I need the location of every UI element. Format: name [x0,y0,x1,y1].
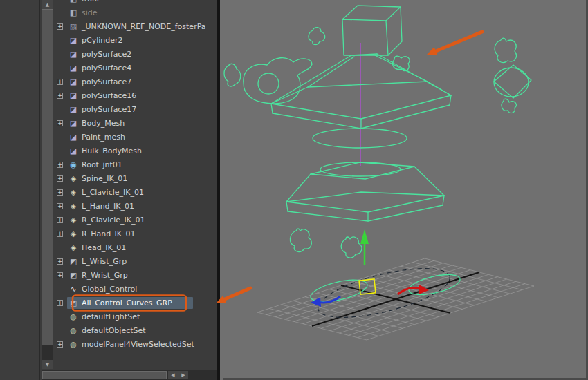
outliner-item-content[interactable]: ◈L_Hand_IK_01 [67,200,138,212]
expand-toggle-icon[interactable]: + [57,272,63,278]
outliner-item-content[interactable]: ◈Spine_IK_01 [67,173,131,184]
scroll-down-button[interactable]: ▼ [42,360,53,369]
outliner-item-polySurface17[interactable]: ◪polySurface17 [57,102,217,116]
outliner-item-content[interactable]: ◩R_Wrist_Grp [67,269,132,281]
expand-toggle-icon[interactable]: + [57,23,63,30]
outliner-vertical-scrollbar[interactable]: ▲ ▼ [42,0,53,369]
outliner-item-L_Clavicle_IK_01[interactable]: +◈L_Clavicle_IK_01 [57,185,217,199]
expand-toggle-icon[interactable]: + [57,231,63,237]
outliner-item-content[interactable]: ◩All_Control_Curves_GRP [67,297,193,309]
outliner-item-content[interactable]: ◍modelPanel4ViewSelectedSet [67,339,199,350]
outliner-item-Head_IK_01[interactable]: ◈Head_IK_01 [57,240,217,254]
scroll-left-button[interactable]: ◀ [168,371,178,379]
circle-control[interactable] [494,68,529,97]
expand-toggle-icon[interactable]: + [57,189,63,196]
outliner-item-content[interactable]: ∿Global_Control [67,283,141,295]
outliner-item-L_Hand_IK_01[interactable]: +◈L_Hand_IK_01 [57,199,217,213]
outliner-item-content[interactable]: ◪Paint_mesh [67,131,129,143]
outliner-item-polySurface4[interactable]: ◪polySurface4 [57,61,217,75]
outliner-item-content[interactable]: ◈L_Clavicle_IK_01 [67,187,148,198]
outliner-item-content[interactable]: ◧front [67,0,104,5]
outliner-item-content[interactable]: ◉Root_jnt01 [67,159,127,171]
outliner-item-Root_jnt01[interactable]: +◉Root_jnt01 [57,158,217,171]
scroll-up-button[interactable]: ▲ [42,0,53,9]
outliner-item-L_Wrist_Grp[interactable]: +◩L_Wrist_Grp [57,254,217,268]
hips-frustum-control[interactable] [286,162,444,221]
node-label: R_Hand_IK_01 [82,229,136,238]
outliner-item-content[interactable]: ◈R_Clavicle_IK_01 [67,214,149,226]
outliner-item-content[interactable]: ◪polySurface7 [67,76,136,88]
expand-toggle-icon[interactable]: + [57,258,63,265]
outliner-item-content[interactable]: ◪polySurface16 [67,90,140,102]
outliner-item-content[interactable]: ▨_UNKNOWN_REF_NODE_fosterPa [67,21,210,32]
control-blob[interactable] [309,28,325,45]
outliner-item-R_Clavicle_IK_01[interactable]: +◈R_Clavicle_IK_01 [57,213,217,227]
outliner-item-R_Wrist_Grp[interactable]: +◩R_Wrist_Grp [57,268,217,282]
outliner-item-front[interactable]: ◧front [57,0,217,6]
expand-toggle-icon[interactable]: + [57,120,63,126]
outliner-item-content[interactable]: ◪pCylinder2 [67,35,127,46]
outliner-item-polySurface16[interactable]: +◪polySurface16 [57,88,217,102]
outliner-item-content[interactable]: ◪polySurface2 [67,48,136,60]
outliner-item-polySurface2[interactable]: ◪polySurface2 [57,47,217,61]
outliner-item-defaultObjectSet[interactable]: ◍defaultObjectSet [57,323,217,337]
outliner-item-modelPanel4ViewSelectedSet[interactable]: +◍modelPanel4ViewSelectedSet [57,337,217,351]
mesh-icon: ◪ [68,36,78,45]
expand-toggle-icon[interactable]: + [57,217,63,223]
outliner-item-R_Hand_IK_01[interactable]: +◈R_Hand_IK_01 [57,227,217,240]
node-label: polySurface2 [82,50,131,59]
outliner-item-content[interactable]: ◪Hulk_BodyMesh [67,145,146,157]
outliner-item-polySurface7[interactable]: +◪polySurface7 [57,75,217,88]
outliner-item-Global_Control[interactable]: ∿Global_Control [57,282,217,296]
expand-toggle-icon[interactable]: + [57,341,63,348]
expand-toggle-icon[interactable]: + [57,300,63,306]
outliner-left-margin [0,0,40,380]
outliner-item-content[interactable]: ◪polySurface4 [67,62,136,74]
outliner-item-content[interactable]: ◪Body_Mesh [67,117,129,129]
shoulder-ring[interactable] [258,73,279,94]
outliner-item-Spine_IK_01[interactable]: +◈Spine_IK_01 [57,171,217,185]
expand-toggle-icon[interactable]: + [57,162,63,168]
outliner-item-defaultLightSet[interactable]: ◍defaultLightSet [57,310,217,323]
node-label: Global_Control [82,285,137,294]
manipulator-arrowhead[interactable] [360,229,369,244]
outliner-item-_UNKNOWN_REF_NODE_fosterPa[interactable]: +▨_UNKNOWN_REF_NODE_fosterPa [57,19,217,33]
control-blob[interactable] [290,229,311,251]
outliner-item-pCylinder2[interactable]: ◪pCylinder2 [57,33,217,47]
outliner-item-content[interactable]: ◪polySurface17 [67,104,140,115]
outliner-item-content[interactable]: ◧side [67,7,102,19]
torso-frustum-control[interactable] [271,54,451,129]
control-blob[interactable] [341,237,362,258]
vertical-scroll-thumb[interactable] [42,9,53,345]
control-blob[interactable] [502,99,516,113]
camera-icon: ◧ [68,0,78,3]
outliner-item-content[interactable]: ◈R_Hand_IK_01 [67,228,140,240]
expand-toggle-icon[interactable]: + [57,175,63,182]
outliner-item-content[interactable]: ◈Head_IK_01 [67,242,130,254]
right-foot-control-curve[interactable] [407,271,461,298]
outliner-item-Paint_mesh[interactable]: ◪Paint_mesh [57,130,217,144]
outliner-item-Hulk_BodyMesh[interactable]: ◪Hulk_BodyMesh [57,144,217,158]
knee-control-curves[interactable] [290,229,362,258]
expand-toggle-icon[interactable]: + [57,203,63,209]
outliner-item-side[interactable]: ◧side [57,6,217,19]
expand-spacer [57,65,63,71]
outliner-item-All_Control_Curves_GRP[interactable]: +◩All_Control_Curves_GRP [57,296,217,310]
expand-toggle-icon[interactable]: + [57,93,63,99]
outliner-item-Body_Mesh[interactable]: +◪Body_Mesh [57,116,217,130]
waist-circle-control[interactable] [313,129,407,148]
scroll-right-button[interactable]: ▶ [178,371,188,379]
control-blob[interactable] [224,64,241,86]
expand-toggle-icon[interactable]: + [57,79,63,85]
shoulder-control[interactable] [244,58,312,104]
outliner-horizontal-scrollbar[interactable]: ◀ ▶ [42,370,220,380]
right-hand-control-group[interactable] [494,38,531,113]
control-blob[interactable] [495,38,516,62]
outliner-item-content[interactable]: ◩L_Wrist_Grp [67,256,131,267]
ikHandle-icon: ◈ [68,202,78,211]
outliner-item-content[interactable]: ◍defaultLightSet [67,311,144,323]
outliner-item-content[interactable]: ◍defaultObjectSet [67,325,150,336]
head-cube-control[interactable] [342,6,402,55]
horizontal-scroll-thumb[interactable] [42,371,167,379]
outer-oval-control-curve[interactable] [313,258,454,327]
